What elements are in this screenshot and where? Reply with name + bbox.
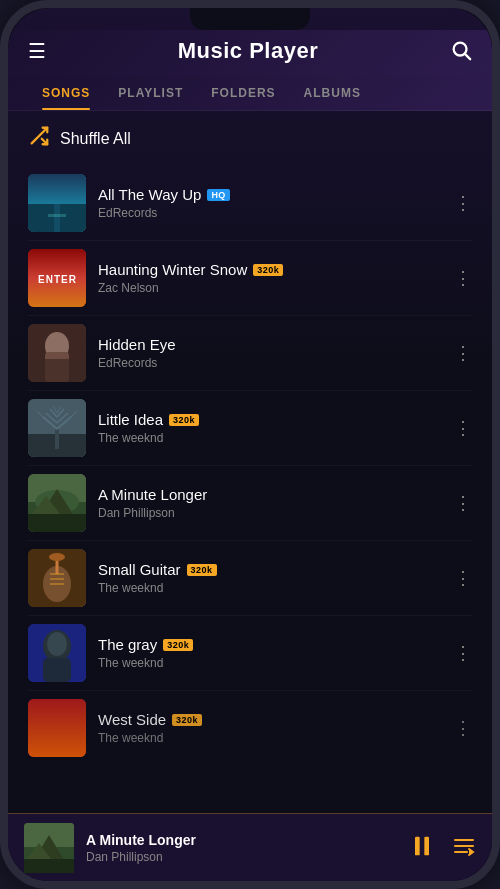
header: ☰ Music Player: [8, 30, 492, 76]
quality-badge: 320k: [187, 564, 217, 576]
tabs-bar: SONGS PLAYLIST FOLDERS ALBUMS: [8, 76, 492, 111]
now-playing-title: A Minute Longer: [86, 832, 396, 848]
song-item[interactable]: Small Guitar 320k The weeknd ⋮: [8, 541, 492, 615]
quality-badge: 320k: [163, 639, 193, 651]
tab-folders[interactable]: FOLDERS: [197, 76, 289, 110]
song-item[interactable]: Hidden Eye EdRecords ⋮: [8, 316, 492, 390]
app-title: Music Player: [178, 38, 319, 64]
volume-up-button: [0, 153, 4, 203]
tab-playlist[interactable]: PLAYLIST: [104, 76, 197, 110]
now-playing-info: A Minute Longer Dan Phillipson: [86, 832, 396, 864]
more-options-button[interactable]: ⋮: [450, 411, 476, 445]
song-title: Small Guitar: [98, 561, 181, 578]
song-item[interactable]: All The Way Up HQ EdRecords ⋮: [8, 166, 492, 240]
queue-button[interactable]: [452, 834, 476, 861]
song-artist: The weeknd: [98, 581, 438, 595]
svg-rect-53: [415, 836, 420, 855]
song-artist: The weeknd: [98, 431, 438, 445]
more-options-button[interactable]: ⋮: [450, 486, 476, 520]
menu-icon[interactable]: ☰: [28, 41, 46, 61]
more-options-button[interactable]: ⋮: [450, 261, 476, 295]
svg-point-38: [49, 553, 65, 561]
shuffle-all-row[interactable]: Shuffle All: [8, 111, 492, 166]
svg-point-44: [47, 632, 67, 656]
song-title: Haunting Winter Snow: [98, 261, 247, 278]
song-info: Little Idea 320k The weeknd: [98, 411, 438, 445]
song-info: All The Way Up HQ EdRecords: [98, 186, 438, 220]
song-title: All The Way Up: [98, 186, 201, 203]
now-playing-art: [24, 823, 74, 873]
song-artist: Zac Nelson: [98, 281, 438, 295]
svg-rect-18: [55, 429, 59, 449]
song-item[interactable]: Little Idea 320k The weeknd ⋮: [8, 391, 492, 465]
song-info: Small Guitar 320k The weeknd: [98, 561, 438, 595]
phone-frame: ☰ Music Player SONGS PLAYLIST FOLDERS AL…: [0, 0, 500, 889]
svg-rect-52: [24, 859, 74, 873]
album-art: [28, 399, 86, 457]
song-artist: The weeknd: [98, 731, 438, 745]
more-options-button[interactable]: ⋮: [450, 186, 476, 220]
song-info: Haunting Winter Snow 320k Zac Nelson: [98, 261, 438, 295]
song-info: The gray 320k The weeknd: [98, 636, 438, 670]
svg-rect-54: [424, 836, 429, 855]
more-options-button[interactable]: ⋮: [450, 711, 476, 745]
volume-down-button: [0, 213, 4, 263]
svg-rect-34: [28, 514, 86, 532]
song-artist: EdRecords: [98, 206, 438, 220]
song-info: Hidden Eye EdRecords: [98, 336, 438, 370]
svg-rect-45: [43, 658, 71, 682]
song-title: Little Idea: [98, 411, 163, 428]
quality-badge: 320k: [253, 264, 283, 276]
quality-badge: 320k: [172, 714, 202, 726]
svg-line-1: [465, 54, 470, 59]
album-art: [28, 699, 86, 757]
notch: [190, 8, 310, 30]
more-options-button[interactable]: ⋮: [450, 636, 476, 670]
now-playing-bar: A Minute Longer Dan Phillipson: [8, 813, 492, 881]
svg-rect-47: [28, 699, 86, 757]
album-art: ENTER: [28, 249, 86, 307]
album-art: [28, 474, 86, 532]
svg-rect-7: [48, 214, 66, 217]
svg-rect-6: [54, 204, 60, 232]
more-options-button[interactable]: ⋮: [450, 561, 476, 595]
pause-button[interactable]: [408, 832, 436, 864]
svg-text:ENTER: ENTER: [38, 274, 77, 285]
song-item[interactable]: A Minute Longer Dan Phillipson ⋮: [8, 466, 492, 540]
power-button: [496, 128, 500, 188]
svg-rect-8: [28, 174, 86, 204]
quality-badge: 320k: [169, 414, 199, 426]
song-artist: Dan Phillipson: [98, 506, 438, 520]
shuffle-label: Shuffle All: [60, 130, 131, 148]
album-art: [28, 174, 86, 232]
song-title: The gray: [98, 636, 157, 653]
song-item[interactable]: West Side 320k The weeknd ⋮: [8, 691, 492, 765]
svg-rect-15: [28, 359, 86, 382]
song-info: West Side 320k The weeknd: [98, 711, 438, 745]
shuffle-icon: [28, 125, 50, 152]
tab-albums[interactable]: ALBUMS: [290, 76, 375, 110]
song-title: Hidden Eye: [98, 336, 176, 353]
song-list: All The Way Up HQ EdRecords ⋮ ENTER: [8, 166, 492, 881]
tab-songs[interactable]: SONGS: [28, 76, 104, 110]
search-icon[interactable]: [450, 39, 472, 64]
album-art: [28, 624, 86, 682]
album-art: [28, 324, 86, 382]
phone-screen: ☰ Music Player SONGS PLAYLIST FOLDERS AL…: [8, 8, 492, 881]
song-artist: EdRecords: [98, 356, 438, 370]
song-title: West Side: [98, 711, 166, 728]
album-art: [28, 549, 86, 607]
song-title: A Minute Longer: [98, 486, 207, 503]
now-playing-controls: [408, 832, 476, 864]
song-item[interactable]: ENTER Haunting Winter Snow 32: [8, 241, 492, 315]
song-item[interactable]: The gray 320k The weeknd ⋮: [8, 616, 492, 690]
song-artist: The weeknd: [98, 656, 438, 670]
volume-mute-button: [0, 108, 4, 138]
more-options-button[interactable]: ⋮: [450, 336, 476, 370]
now-playing-artist: Dan Phillipson: [86, 850, 396, 864]
song-info: A Minute Longer Dan Phillipson: [98, 486, 438, 520]
quality-badge: HQ: [207, 189, 230, 201]
